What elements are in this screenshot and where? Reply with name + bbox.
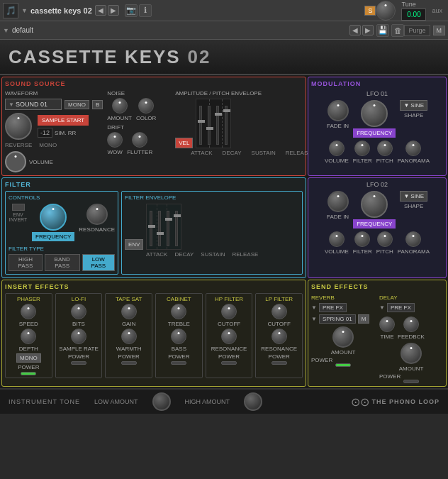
info-icon[interactable]: ℹ: [139, 4, 152, 17]
lfo02-bottom-row: VOLUME FILTER PITCH PANORAMA: [325, 231, 430, 255]
drift-wow-knob[interactable]: [107, 132, 123, 148]
delay-prefx-btn[interactable]: PRE FX: [387, 303, 415, 312]
preset-nav[interactable]: ◀ ▶: [349, 25, 374, 35]
f-release-slider[interactable]: [175, 211, 178, 246]
instrument-nav[interactable]: ◀ ▶: [95, 5, 119, 16]
release-slider[interactable]: [225, 106, 228, 145]
lfo02-filter-knob[interactable]: [354, 231, 370, 247]
save-icon[interactable]: 💾: [376, 24, 389, 37]
low-amount-knob[interactable]: [152, 392, 171, 411]
noise-color-knob[interactable]: [138, 98, 154, 114]
noise-amount-knob[interactable]: [112, 98, 128, 114]
prev-instrument[interactable]: ◀: [95, 5, 106, 16]
reverb-amount-label: AMOUNT: [331, 349, 356, 356]
lfo01-sine-btn[interactable]: ▼ SINE: [400, 100, 427, 111]
sustain-slider[interactable]: [216, 106, 219, 145]
lpfilter-res-knob[interactable]: [271, 329, 287, 344]
waveform-knob[interactable]: [5, 113, 32, 140]
phaser-depth-knob[interactable]: [21, 329, 36, 344]
volume-knob[interactable]: [5, 151, 26, 172]
low-pass-btn[interactable]: LOW PASS: [82, 254, 115, 271]
f-decay-slider[interactable]: [158, 211, 161, 246]
sample-start-btn[interactable]: SAMPLE START: [38, 115, 89, 126]
s-button[interactable]: S: [364, 6, 376, 16]
lfo01-panorama-knob[interactable]: [405, 141, 421, 156]
lfo02-pitch-knob[interactable]: [377, 231, 393, 247]
tune-knob[interactable]: [376, 1, 396, 21]
cabinet-power-indicator[interactable]: [171, 361, 186, 365]
hpfilter-res-knob[interactable]: [221, 329, 237, 344]
attack-slider[interactable]: [199, 106, 202, 145]
b-tag[interactable]: B: [92, 100, 103, 109]
logo-text: THE PHONO LOOP: [371, 398, 439, 405]
delay-amount-knob[interactable]: [401, 343, 422, 364]
mono-tag[interactable]: MONO: [65, 100, 89, 109]
purge-btn[interactable]: Purge: [404, 25, 430, 36]
high-amount-knob[interactable]: [244, 392, 262, 411]
m-button[interactable]: M: [433, 26, 446, 35]
vel-btn[interactable]: VEL: [175, 138, 193, 148]
high-pass-btn[interactable]: HIGH PASS: [9, 254, 43, 271]
lofi-power-indicator[interactable]: [71, 361, 86, 365]
lfo02-freq-btn[interactable]: FREQUENCY: [353, 219, 396, 229]
f-sustain-slider[interactable]: [167, 211, 169, 246]
next-preset[interactable]: ▶: [362, 25, 374, 35]
filter-env-btn[interactable]: ENV: [125, 239, 143, 250]
lfo02-fadein-knob[interactable]: [327, 191, 349, 212]
reverb-prefx-btn[interactable]: PRE FX: [319, 303, 347, 312]
camera-icon[interactable]: 📷: [125, 4, 138, 17]
lofi-bits-knob[interactable]: [71, 304, 86, 319]
lfo01-freq-knob[interactable]: [361, 100, 388, 127]
reverb-spring-select[interactable]: SPRING 01: [319, 314, 356, 324]
delay-feedback-knob[interactable]: [403, 316, 419, 332]
lofi-sr-label: SAMPLE RATE: [59, 346, 98, 352]
lfo01-freq-btn[interactable]: FREQUENCY: [353, 128, 396, 138]
lfo02-panorama-group: PANORAMA: [398, 231, 430, 255]
lfo01-pitch-knob[interactable]: [377, 141, 393, 156]
f-attack-slider[interactable]: [150, 211, 152, 246]
filter-freq-group: FREQUENCY: [32, 204, 74, 241]
filter-freq-btn[interactable]: FREQUENCY: [32, 232, 74, 241]
lofi-sr-knob[interactable]: [71, 329, 86, 344]
lfo02-panorama-knob[interactable]: [405, 231, 421, 247]
decay-slider[interactable]: [208, 106, 211, 145]
hpfilter-cutoff-knob[interactable]: [221, 304, 237, 319]
hpfilter-power-indicator[interactable]: [221, 361, 237, 365]
drift-flutter-knob[interactable]: [132, 132, 147, 148]
cabinet-treble-knob[interactable]: [171, 304, 186, 319]
tapesat-gain-knob[interactable]: [121, 304, 137, 319]
lfo01-fadein-knob[interactable]: [327, 100, 349, 121]
prev-preset[interactable]: ◀: [349, 25, 361, 35]
phaser-speed-knob[interactable]: [21, 304, 36, 319]
lpfilter-power-indicator[interactable]: [271, 361, 287, 365]
cabinet-bass-knob[interactable]: [171, 329, 186, 344]
phaser-mono-row: MONO: [16, 353, 41, 363]
delay-power-indicator[interactable]: [403, 380, 419, 383]
filter-controls-box: CONTROLS ENV INVERT FREQUENCY RESONAN: [5, 191, 118, 275]
phaser-mono-btn[interactable]: MONO: [16, 353, 41, 363]
main-grid: SOUND SOURCE WAVEFORM ▼ SOUND 01 MONO B: [0, 75, 448, 388]
tapesat-power-indicator[interactable]: [121, 361, 137, 365]
lfo02-freq-knob[interactable]: [361, 191, 388, 218]
lfo02-volume-knob[interactable]: [329, 231, 345, 247]
reverb-amount-knob[interactable]: [332, 326, 354, 348]
waveform-mid: SAMPLE START -12 SIM. RR: [5, 113, 103, 140]
tapesat-title: TAPE SAT: [116, 296, 142, 302]
lfo01-volume-knob[interactable]: [329, 141, 345, 156]
filter-res-knob[interactable]: [86, 204, 108, 225]
lfo02-sine-btn[interactable]: ▼ SINE: [400, 191, 427, 202]
env-invert-toggle[interactable]: [12, 204, 25, 211]
phaser-power-indicator[interactable]: [21, 372, 36, 375]
reverb-power-indicator[interactable]: [335, 363, 351, 367]
delay-time-knob[interactable]: [379, 316, 395, 332]
band-pass-btn[interactable]: BAND PASS: [45, 254, 80, 271]
lfo01-filter-knob[interactable]: [354, 141, 370, 156]
reverb-m-btn[interactable]: M: [358, 314, 370, 324]
phaser-speed-group: SPEED: [19, 304, 38, 327]
delete-icon[interactable]: 🗑: [391, 24, 404, 37]
tapesat-warmth-knob[interactable]: [121, 329, 137, 344]
next-instrument[interactable]: ▶: [108, 5, 119, 16]
filter-freq-knob[interactable]: [40, 204, 67, 231]
lpfilter-cutoff-knob[interactable]: [271, 304, 287, 319]
sound-select[interactable]: ▼ SOUND 01: [5, 99, 62, 110]
